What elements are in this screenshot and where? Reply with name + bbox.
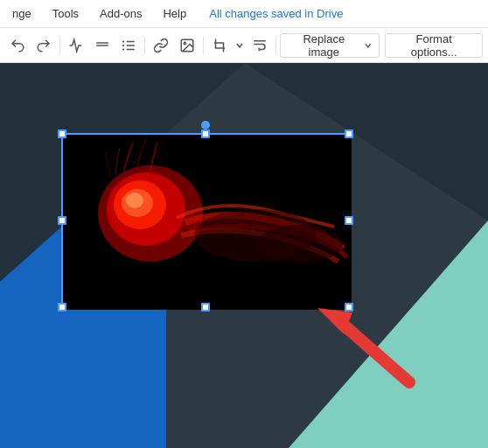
replace-image-chevron-icon	[364, 41, 373, 50]
toolbar: Replace image Format options...	[0, 28, 488, 63]
format-options-label: Format options...	[393, 32, 475, 59]
handle-bot-center[interactable]	[201, 303, 210, 312]
menu-item-nge[interactable]: nge	[7, 4, 37, 24]
bullet-list-button[interactable]	[116, 33, 141, 58]
horizontal-rule-button[interactable]	[90, 33, 115, 58]
menu-item-tools[interactable]: Tools	[47, 4, 84, 24]
svg-point-9	[184, 42, 185, 44]
separator-1	[59, 37, 60, 54]
format-options-button[interactable]: Format options...	[385, 33, 483, 58]
image-button[interactable]	[175, 33, 199, 58]
replace-image-label: Replace image	[288, 32, 360, 59]
undo-button[interactable]	[5, 33, 30, 58]
redo-button[interactable]	[31, 33, 56, 58]
svg-point-5	[122, 40, 124, 42]
separator-2	[144, 37, 145, 54]
rotate-handle[interactable]	[201, 121, 210, 130]
handle-bot-right[interactable]	[345, 303, 353, 312]
separator-4	[275, 37, 276, 54]
svg-point-20	[255, 225, 343, 263]
handle-top-center[interactable]	[201, 130, 210, 138]
crop-button[interactable]	[207, 33, 232, 58]
svg-point-6	[122, 44, 124, 46]
canvas-area	[0, 63, 488, 448]
crop-chevron[interactable]	[234, 33, 246, 58]
handle-mid-left[interactable]	[58, 216, 66, 225]
handle-mid-right[interactable]	[345, 216, 353, 225]
svg-point-22	[126, 192, 143, 208]
separator-3	[203, 37, 204, 54]
menu-item-help[interactable]: Help	[157, 4, 192, 24]
wrap-text-button[interactable]	[247, 33, 272, 58]
handle-bot-left[interactable]	[58, 303, 66, 312]
paint-format-button[interactable]	[64, 33, 88, 58]
replace-image-button[interactable]: Replace image	[280, 33, 380, 58]
svg-point-7	[122, 48, 124, 50]
selected-image[interactable]	[61, 133, 350, 308]
drive-status-link[interactable]: All changes saved in Drive	[209, 7, 343, 20]
link-button[interactable]	[149, 33, 173, 58]
menu-item-addons[interactable]: Add-ons	[94, 4, 147, 24]
jellyfish-image	[63, 135, 352, 310]
handle-top-right[interactable]	[345, 130, 353, 138]
menu-bar: nge Tools Add-ons Help All changes saved…	[0, 0, 488, 28]
handle-top-left[interactable]	[58, 130, 66, 138]
